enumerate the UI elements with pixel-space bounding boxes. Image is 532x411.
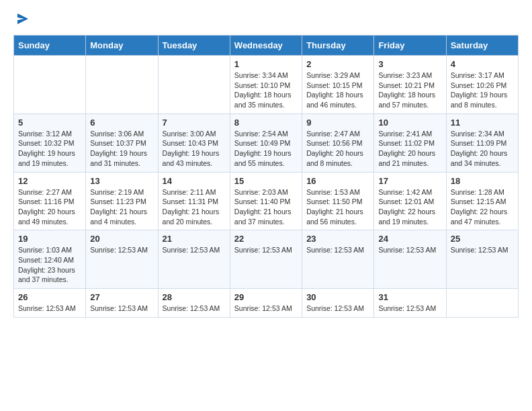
day-info: Sunrise: 3:23 AM Sunset: 10:21 PM Daylig… xyxy=(378,71,441,110)
day-number: 15 xyxy=(234,176,298,186)
calendar-cell xyxy=(158,56,230,114)
calendar-cell: 13Sunrise: 2:19 AM Sunset: 11:23 PM Dayl… xyxy=(86,172,158,230)
calendar-week-row: 19Sunrise: 1:03 AM Sunset: 12:40 AM Dayl… xyxy=(14,230,519,289)
weekday-header-monday: Monday xyxy=(86,36,158,56)
calendar-cell: 27Sunrise: 12:53 AM xyxy=(86,289,158,318)
day-number: 13 xyxy=(90,176,153,186)
day-number: 18 xyxy=(451,176,514,186)
day-number: 11 xyxy=(451,118,514,128)
day-number: 30 xyxy=(306,292,369,302)
day-info: Sunrise: 3:29 AM Sunset: 10:15 PM Daylig… xyxy=(306,71,369,110)
calendar-cell: 17Sunrise: 1:42 AM Sunset: 12:01 AM Dayl… xyxy=(374,172,446,230)
calendar-cell: 8Sunrise: 2:54 AM Sunset: 10:49 PM Dayli… xyxy=(230,113,302,172)
day-number: 14 xyxy=(163,176,226,186)
calendar-week-row: 1Sunrise: 3:34 AM Sunset: 10:10 PM Dayli… xyxy=(14,56,519,114)
day-info: Sunrise: 12:53 AM xyxy=(306,245,369,255)
day-number: 2 xyxy=(306,59,369,69)
svg-marker-0 xyxy=(17,13,28,24)
weekday-header-sunday: Sunday xyxy=(14,36,86,56)
day-info: Sunrise: 2:11 AM Sunset: 11:31 PM Daylig… xyxy=(163,187,226,227)
day-info: Sunrise: 2:19 AM Sunset: 11:23 PM Daylig… xyxy=(90,187,153,227)
day-info: Sunrise: 3:00 AM Sunset: 10:43 PM Daylig… xyxy=(163,129,226,169)
day-number: 16 xyxy=(306,176,369,186)
day-number: 3 xyxy=(378,59,441,69)
day-number: 22 xyxy=(234,234,298,244)
calendar-cell: 16Sunrise: 1:53 AM Sunset: 11:50 PM Dayl… xyxy=(302,172,374,230)
day-info: Sunrise: 12:53 AM xyxy=(163,304,226,314)
day-info: Sunrise: 12:53 AM xyxy=(90,245,153,255)
calendar-cell: 28Sunrise: 12:53 AM xyxy=(158,289,230,318)
day-info: Sunrise: 12:53 AM xyxy=(234,304,298,314)
day-number: 10 xyxy=(378,118,441,128)
day-info: Sunrise: 2:27 AM Sunset: 11:16 PM Daylig… xyxy=(18,187,81,227)
day-number: 24 xyxy=(378,234,441,244)
day-number: 25 xyxy=(451,234,514,244)
calendar-cell: 25Sunrise: 12:53 AM xyxy=(446,230,518,289)
calendar-cell: 21Sunrise: 12:53 AM xyxy=(158,230,230,289)
calendar-cell: 18Sunrise: 1:28 AM Sunset: 12:15 AM Dayl… xyxy=(446,172,518,230)
day-info: Sunrise: 2:41 AM Sunset: 11:02 PM Daylig… xyxy=(378,129,441,169)
calendar-cell: 5Sunrise: 3:12 AM Sunset: 10:32 PM Dayli… xyxy=(14,113,86,172)
day-info: Sunrise: 2:34 AM Sunset: 11:09 PM Daylig… xyxy=(451,129,514,169)
day-info: Sunrise: 2:47 AM Sunset: 10:56 PM Daylig… xyxy=(306,129,369,169)
weekday-header-wednesday: Wednesday xyxy=(230,36,302,56)
day-number: 26 xyxy=(18,292,81,302)
calendar-cell: 7Sunrise: 3:00 AM Sunset: 10:43 PM Dayli… xyxy=(158,113,230,172)
day-number: 28 xyxy=(163,292,226,302)
day-info: Sunrise: 3:06 AM Sunset: 10:37 PM Daylig… xyxy=(90,129,153,169)
day-number: 27 xyxy=(90,292,153,302)
calendar-cell: 10Sunrise: 2:41 AM Sunset: 11:02 PM Dayl… xyxy=(374,113,446,172)
day-info: Sunrise: 2:54 AM Sunset: 10:49 PM Daylig… xyxy=(234,129,298,169)
day-number: 31 xyxy=(378,292,441,302)
weekday-header-row: SundayMondayTuesdayWednesdayThursdayFrid… xyxy=(14,36,519,56)
day-info: Sunrise: 1:28 AM Sunset: 12:15 AM Daylig… xyxy=(451,187,514,227)
calendar-table: SundayMondayTuesdayWednesdayThursdayFrid… xyxy=(13,35,519,318)
calendar-cell xyxy=(446,289,518,318)
calendar-cell: 15Sunrise: 2:03 AM Sunset: 11:40 PM Dayl… xyxy=(230,172,302,230)
logo xyxy=(13,11,31,27)
day-number: 5 xyxy=(18,118,81,128)
day-info: Sunrise: 12:53 AM xyxy=(18,304,81,314)
calendar-cell: 26Sunrise: 12:53 AM xyxy=(14,289,86,318)
day-info: Sunrise: 12:53 AM xyxy=(234,245,298,255)
calendar-cell: 31Sunrise: 12:53 AM xyxy=(374,289,446,318)
weekday-header-thursday: Thursday xyxy=(302,36,374,56)
page-header xyxy=(13,11,519,27)
calendar-cell: 3Sunrise: 3:23 AM Sunset: 10:21 PM Dayli… xyxy=(374,56,446,114)
day-info: Sunrise: 12:53 AM xyxy=(378,304,441,314)
logo-icon xyxy=(15,11,31,27)
day-number: 17 xyxy=(378,176,441,186)
day-info: Sunrise: 1:53 AM Sunset: 11:50 PM Daylig… xyxy=(306,187,369,227)
calendar-cell: 29Sunrise: 12:53 AM xyxy=(230,289,302,318)
calendar-cell: 23Sunrise: 12:53 AM xyxy=(302,230,374,289)
calendar-cell: 24Sunrise: 12:53 AM xyxy=(374,230,446,289)
calendar-cell: 22Sunrise: 12:53 AM xyxy=(230,230,302,289)
day-number: 29 xyxy=(234,292,298,302)
day-number: 9 xyxy=(306,118,369,128)
day-number: 23 xyxy=(306,234,369,244)
day-number: 21 xyxy=(163,234,226,244)
day-info: Sunrise: 3:34 AM Sunset: 10:10 PM Daylig… xyxy=(234,71,298,110)
day-info: Sunrise: 1:03 AM Sunset: 12:40 AM Daylig… xyxy=(18,245,81,285)
weekday-header-saturday: Saturday xyxy=(446,36,518,56)
weekday-header-tuesday: Tuesday xyxy=(158,36,230,56)
calendar-cell: 1Sunrise: 3:34 AM Sunset: 10:10 PM Dayli… xyxy=(230,56,302,114)
day-number: 20 xyxy=(90,234,153,244)
calendar-week-row: 5Sunrise: 3:12 AM Sunset: 10:32 PM Dayli… xyxy=(14,113,519,172)
calendar-cell: 9Sunrise: 2:47 AM Sunset: 10:56 PM Dayli… xyxy=(302,113,374,172)
weekday-header-friday: Friday xyxy=(374,36,446,56)
day-number: 8 xyxy=(234,118,298,128)
day-info: Sunrise: 1:42 AM Sunset: 12:01 AM Daylig… xyxy=(378,187,441,227)
calendar-cell: 14Sunrise: 2:11 AM Sunset: 11:31 PM Dayl… xyxy=(158,172,230,230)
day-info: Sunrise: 2:03 AM Sunset: 11:40 PM Daylig… xyxy=(234,187,298,227)
calendar-cell: 20Sunrise: 12:53 AM xyxy=(86,230,158,289)
day-number: 7 xyxy=(163,118,226,128)
day-number: 19 xyxy=(18,234,81,244)
day-info: Sunrise: 12:53 AM xyxy=(306,304,369,314)
day-number: 4 xyxy=(451,59,514,69)
day-number: 6 xyxy=(90,118,153,128)
day-info: Sunrise: 12:53 AM xyxy=(90,304,153,314)
calendar-week-row: 26Sunrise: 12:53 AM27Sunrise: 12:53 AM28… xyxy=(14,289,519,318)
calendar-cell: 4Sunrise: 3:17 AM Sunset: 10:26 PM Dayli… xyxy=(446,56,518,114)
calendar-cell xyxy=(14,56,86,114)
